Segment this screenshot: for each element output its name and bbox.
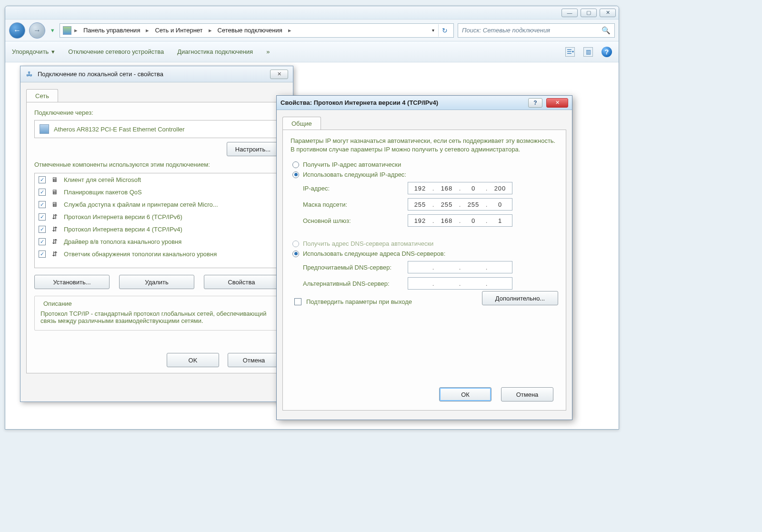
- refresh-button[interactable]: ↻: [438, 24, 451, 37]
- component-icon: ⇵: [50, 250, 59, 258]
- components-label: Отмеченные компоненты используются этим …: [34, 161, 279, 168]
- checkbox[interactable]: ✓: [39, 226, 46, 233]
- ok-button[interactable]: ОК: [439, 387, 491, 402]
- alternate-dns-label: Альтернативный DNS-сервер:: [303, 280, 408, 287]
- context-help-button[interactable]: ?: [528, 98, 542, 108]
- alternate-dns-input[interactable]: ...: [408, 277, 512, 290]
- tab-body: Параметры IP могут назначаться автоматич…: [282, 130, 566, 411]
- list-item[interactable]: ✓🖥Служба доступа к файлам и принтерам се…: [35, 198, 279, 211]
- component-label: Служба доступа к файлам и принтерам сете…: [64, 201, 218, 208]
- component-label: Протокол Интернета версии 6 (TCP/IPv6): [64, 213, 182, 221]
- list-item[interactable]: ✓🖥Планировщик пакетов QoS: [35, 186, 279, 198]
- search-icon[interactable]: 🔍: [602, 26, 611, 35]
- ip-manual-radio[interactable]: Использовать следующий IP-адрес:: [292, 171, 558, 178]
- properties-button[interactable]: Свойства: [204, 275, 279, 289]
- ok-button[interactable]: OK: [167, 353, 219, 367]
- nav-history-dropdown[interactable]: ▾: [49, 27, 56, 34]
- install-button[interactable]: Установить...: [34, 275, 110, 289]
- network-icon: 🖧: [25, 70, 33, 78]
- subnet-mask-input[interactable]: 255.255.255.0: [408, 198, 512, 211]
- checkbox-label: Подтвердить параметры при выходе: [306, 298, 412, 305]
- description-text: Протокол TCP/IP - стандартный протокол г…: [40, 310, 273, 324]
- breadcrumb-item[interactable]: Панель управления: [80, 26, 143, 35]
- list-item[interactable]: ✓⇵Протокол Интернета версии 6 (TCP/IPv6): [35, 211, 279, 223]
- list-item[interactable]: ✓🖥Клиент для сетей Microsoft: [35, 173, 279, 186]
- view-options-button[interactable]: ☰▾: [565, 47, 575, 57]
- component-icon: ⇵: [50, 225, 59, 233]
- radio-icon: [292, 251, 299, 257]
- ip-address-input[interactable]: 192.168.0.200: [408, 182, 512, 194]
- checkbox[interactable]: ✓: [39, 213, 46, 221]
- breadcrumb-item[interactable]: Сеть и Интернет: [152, 26, 205, 35]
- ipv4-properties-dialog: Свойства: Протокол Интернета версии 4 (T…: [276, 95, 572, 420]
- tab-general[interactable]: Общие: [282, 117, 321, 130]
- checkbox[interactable]: ✓: [39, 201, 46, 208]
- preferred-dns-label: Предпочитаемый DNS-сервер:: [303, 264, 408, 271]
- minimize-button[interactable]: —: [561, 9, 578, 17]
- connect-using-label: Подключение через:: [34, 109, 279, 116]
- tab-network[interactable]: Сеть: [26, 89, 58, 102]
- components-list[interactable]: ✓🖥Клиент для сетей Microsoft ✓🖥Планировщ…: [34, 173, 279, 268]
- dns-manual-radio[interactable]: Использовать следующие адреса DNS-сервер…: [292, 250, 558, 257]
- breadcrumb-item[interactable]: Сетевые подключения: [215, 26, 285, 35]
- subnet-mask-label: Маска подсети:: [303, 201, 408, 208]
- disable-device-button[interactable]: Отключение сетевого устройства: [68, 48, 164, 55]
- checkbox[interactable]: [294, 298, 301, 305]
- tab-body: Подключение через: Atheros AR8132 PCI-E …: [26, 102, 287, 373]
- uninstall-button[interactable]: Удалить: [119, 275, 194, 289]
- component-label: Драйвер в/в тополога канального уровня: [64, 238, 181, 245]
- dialog-title: Свойства: Протокол Интернета версии 4 (T…: [281, 99, 524, 106]
- close-button[interactable]: ✕: [270, 70, 288, 79]
- checkbox[interactable]: ✓: [39, 251, 46, 258]
- toolbar-overflow[interactable]: »: [266, 48, 270, 55]
- search-input[interactable]: Поиск: Сетевые подключения 🔍: [458, 23, 615, 38]
- close-button[interactable]: ✕: [600, 9, 616, 17]
- nav-forward-button[interactable]: →: [29, 22, 45, 39]
- breadcrumb[interactable]: ▸ Панель управления ▸ Сеть и Интернет ▸ …: [60, 23, 454, 38]
- intro-text: Параметры IP могут назначаться автоматич…: [291, 137, 558, 153]
- radio-icon: [292, 161, 299, 168]
- list-item[interactable]: ✓⇵Ответчик обнаружения топологии канальн…: [35, 248, 279, 260]
- close-button[interactable]: ✕: [546, 98, 568, 108]
- preview-pane-button[interactable]: ▥: [583, 47, 593, 57]
- chevron-down-icon: ▾: [51, 48, 55, 55]
- ip-auto-radio[interactable]: Получить IP-адрес автоматически: [292, 161, 558, 168]
- advanced-button[interactable]: Дополнительно...: [482, 291, 558, 305]
- gateway-input[interactable]: 192.168.0.1: [408, 214, 512, 227]
- cancel-button[interactable]: Отмена: [501, 387, 553, 402]
- checkbox[interactable]: ✓: [39, 189, 46, 196]
- dialog-title: Подключение по локальной сети - свойства: [38, 70, 265, 78]
- ip-address-label: IP-адрес:: [303, 185, 408, 192]
- chevron-down-icon[interactable]: ▾: [431, 28, 435, 33]
- component-icon: 🖥: [50, 188, 59, 196]
- radio-label: Получить IP-адрес автоматически: [303, 161, 401, 168]
- search-placeholder: Поиск: Сетевые подключения: [462, 27, 550, 34]
- checkbox[interactable]: ✓: [39, 238, 46, 245]
- radio-label: Получить адрес DNS-сервера автоматически: [303, 240, 433, 247]
- maximize-button[interactable]: ▢: [581, 9, 597, 17]
- component-label: Клиент для сетей Microsoft: [64, 176, 141, 183]
- radio-label: Использовать следующие адреса DNS-сервер…: [303, 250, 445, 257]
- checkbox[interactable]: ✓: [39, 176, 46, 183]
- list-item[interactable]: ✓⇵Драйвер в/в тополога канального уровня: [35, 235, 279, 248]
- explorer-titlebar: — ▢ ✕: [5, 6, 619, 20]
- diagnose-button[interactable]: Диагностика подключения: [177, 48, 253, 55]
- dialog-titlebar: 🖧 Подключение по локальной сети - свойст…: [20, 66, 293, 82]
- chevron-right-icon: ▸: [208, 27, 213, 34]
- adapter-box[interactable]: Atheros AR8132 PCI-E Fast Ethernet Contr…: [34, 120, 279, 138]
- help-button[interactable]: ?: [602, 47, 612, 57]
- organize-menu[interactable]: Упорядочить ▾: [12, 48, 55, 55]
- dns-fields: Предпочитаемый DNS-сервер: ... Альтернат…: [303, 261, 558, 290]
- radio-icon: [292, 171, 299, 178]
- configure-button[interactable]: Настроить...: [227, 142, 279, 156]
- preferred-dns-input[interactable]: ...: [408, 261, 512, 273]
- cancel-button[interactable]: Отмена: [228, 353, 280, 367]
- dialog-titlebar: Свойства: Протокол Интернета версии 4 (T…: [277, 96, 572, 110]
- chevron-right-icon: ▸: [145, 27, 150, 34]
- adapter-icon: [40, 124, 49, 134]
- nav-back-button[interactable]: ←: [9, 22, 25, 39]
- list-item[interactable]: ✓⇵Протокол Интернета версии 4 (TCP/IPv4): [35, 223, 279, 235]
- component-icon: ⇵: [50, 237, 59, 246]
- description-group: Описание Протокол TCP/IP - стандартный п…: [34, 296, 279, 331]
- component-label: Планировщик пакетов QoS: [64, 189, 142, 196]
